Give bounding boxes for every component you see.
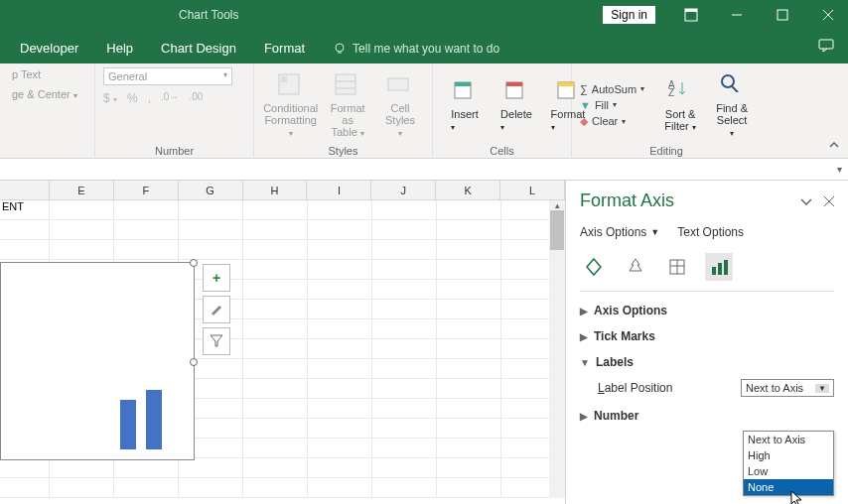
cell-styles-button[interactable]: CellStyles ▾ <box>376 70 424 141</box>
label-position-label: Label Position <box>598 381 672 395</box>
column-headers[interactable]: E F G H I J K L <box>0 181 565 200</box>
col-header[interactable]: K <box>436 181 500 199</box>
chart-elements-button[interactable]: + <box>203 264 230 292</box>
delete-button[interactable]: Delete▾ <box>493 76 540 134</box>
feedback-icon[interactable] <box>804 31 848 63</box>
axis-options-icon[interactable] <box>705 253 733 281</box>
ribbon-display-icon[interactable] <box>671 0 711 30</box>
format-table-icon <box>334 72 361 100</box>
size-properties-icon[interactable] <box>663 253 691 281</box>
svg-rect-31 <box>712 267 716 275</box>
col-header[interactable]: G <box>179 181 243 199</box>
title-bar: Chart Tools Sign in <box>0 0 848 30</box>
number-section[interactable]: ▶Number <box>580 409 834 423</box>
tab-bar: Developer Help Chart Design Format Tell … <box>0 30 848 63</box>
svg-rect-10 <box>281 76 287 82</box>
svg-rect-16 <box>455 82 471 86</box>
svg-rect-3 <box>777 10 787 20</box>
number-group-label: Number <box>103 143 245 159</box>
col-header[interactable]: J <box>371 181 436 199</box>
insert-cells-icon <box>451 78 479 106</box>
svg-rect-1 <box>685 9 697 12</box>
col-header[interactable]: F <box>114 181 179 199</box>
percent-format-icon[interactable]: % <box>127 91 138 105</box>
chart-styles-button[interactable] <box>203 296 230 323</box>
dropdown-option[interactable]: Next to Axis <box>744 432 833 447</box>
pane-title: Format Axis <box>580 190 674 211</box>
chart-bar[interactable] <box>120 400 136 449</box>
resize-handle[interactable] <box>190 358 198 366</box>
plus-icon: + <box>212 270 220 286</box>
col-header[interactable]: L <box>500 181 565 199</box>
axis-options-tab[interactable]: Axis Options ▼ <box>580 225 659 239</box>
vertical-scrollbar[interactable]: ▴ <box>549 200 565 498</box>
fill-button[interactable]: ▼ Fill ▾ <box>580 99 644 111</box>
tab-format[interactable]: Format <box>250 33 319 63</box>
label-position-dropdown: Next to Axis High Low None <box>743 431 834 496</box>
col-header[interactable]: H <box>243 181 308 199</box>
fill-line-icon[interactable] <box>580 253 608 281</box>
signin-button[interactable]: Sign in <box>603 6 655 24</box>
clear-button[interactable]: ◆ Clear ▾ <box>580 115 644 128</box>
accounting-format-icon[interactable]: $ ▾ <box>103 91 117 105</box>
chart-object[interactable] <box>0 262 195 460</box>
tab-developer[interactable]: Developer <box>6 33 92 63</box>
dropdown-option-highlighted[interactable]: None <box>744 479 833 495</box>
eraser-icon: ◆ <box>580 115 588 128</box>
insert-button[interactable]: Insert▾ <box>441 76 489 134</box>
chart-filters-button[interactable] <box>203 327 230 355</box>
merge-center-fragment[interactable]: ge & Center ▾ <box>8 87 81 101</box>
sort-filter-button[interactable]: AZ Sort &Filter ▾ <box>656 76 704 135</box>
expand-formula-bar-icon[interactable]: ▾ <box>830 164 848 175</box>
maximize-icon[interactable] <box>763 0 802 30</box>
tick-marks-section[interactable]: ▶Tick Marks <box>580 329 834 343</box>
formula-bar[interactable]: ▾ <box>0 159 848 181</box>
lightbulb-icon <box>333 42 347 56</box>
col-header[interactable]: I <box>307 181 371 199</box>
labels-section[interactable]: ▼Labels <box>580 355 834 369</box>
tab-help[interactable]: Help <box>92 33 147 63</box>
decrease-decimal-icon[interactable]: .00 <box>189 91 203 105</box>
comma-format-icon[interactable]: , <box>148 91 151 105</box>
dropdown-option[interactable]: High <box>744 447 833 463</box>
increase-decimal-icon[interactable]: .0→ <box>161 91 179 105</box>
col-header[interactable]: E <box>50 181 114 199</box>
brush-icon <box>210 302 223 318</box>
tell-me-search[interactable]: Tell me what you want to do <box>319 34 513 63</box>
styles-group-label: Styles <box>262 143 424 159</box>
resize-handle[interactable] <box>190 259 198 267</box>
number-format-select[interactable]: General▾ <box>103 67 232 85</box>
magnifier-icon <box>718 72 746 100</box>
svg-rect-14 <box>388 78 408 90</box>
worksheet-grid[interactable]: E F G H I J K L ENT <box>0 181 566 504</box>
svg-rect-33 <box>724 260 728 275</box>
axis-options-section[interactable]: ▶Axis Options <box>580 304 834 317</box>
svg-rect-32 <box>718 263 722 275</box>
autosum-button[interactable]: ∑ AutoSum ▾ <box>580 83 644 95</box>
cell[interactable]: ENT <box>0 200 50 219</box>
wrap-text-fragment[interactable]: p Text <box>8 67 45 81</box>
task-pane-options-icon[interactable] <box>800 193 812 209</box>
chart-bars <box>120 390 162 449</box>
collapse-ribbon-icon[interactable] <box>828 139 840 154</box>
conditional-formatting-button[interactable]: ConditionalFormatting ▾ <box>262 70 319 141</box>
funnel-icon <box>210 333 223 350</box>
tab-chart-design[interactable]: Chart Design <box>147 33 250 63</box>
close-pane-icon[interactable] <box>824 193 834 209</box>
close-icon[interactable] <box>808 0 848 30</box>
text-options-tab[interactable]: Text Options <box>677 225 744 239</box>
dropdown-option[interactable]: Low <box>744 463 833 479</box>
find-select-button[interactable]: Find &Select ▾ <box>708 70 756 141</box>
format-as-table-button[interactable]: Format asTable ▾ <box>323 70 372 141</box>
window-controls: Sign in <box>603 0 848 30</box>
minimize-icon[interactable] <box>717 0 757 30</box>
label-position-select[interactable]: Next to Axis ▼ <box>741 379 834 397</box>
sort-filter-icon: AZ <box>666 78 694 106</box>
svg-rect-8 <box>819 40 833 49</box>
svg-rect-11 <box>336 74 355 94</box>
editing-group-label: Editing <box>580 143 753 159</box>
svg-line-24 <box>732 86 738 92</box>
format-axis-pane: Format Axis Axis Options ▼ Text Options … <box>566 181 848 504</box>
chart-bar[interactable] <box>146 390 162 449</box>
effects-icon[interactable] <box>622 253 649 281</box>
